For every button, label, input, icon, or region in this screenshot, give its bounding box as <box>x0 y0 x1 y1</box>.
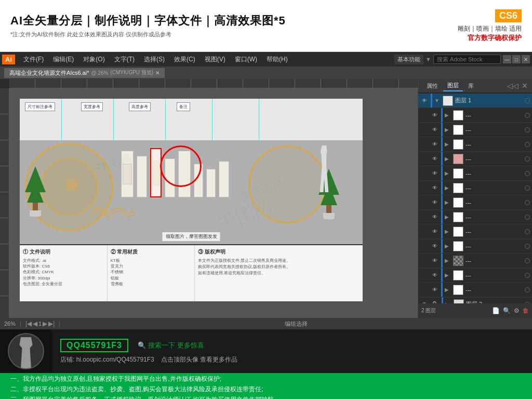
menu-select[interactable]: 选择(S) <box>140 54 169 65</box>
panel-1 <box>121 151 134 197</box>
layer-item-1[interactable]: 👁 ▼ 图层 1 <box>418 94 532 108</box>
layer-expand-12[interactable]: ▶ <box>445 258 451 263</box>
layer-eye-11[interactable]: 👁 <box>431 242 439 250</box>
tab-close-button[interactable]: ✕ <box>155 70 159 76</box>
active-tab[interactable]: 高端企业文化墙源文件AIcs6.ai* @ 26% (CMYK/GPU 预览) … <box>4 68 165 78</box>
menu-view[interactable]: 视图(V) <box>201 54 230 65</box>
store-info: 店铺: hi.ooopic.com/QQ455791F3 点击顶部头像 查看更多… <box>60 355 524 364</box>
layer-expand-14[interactable]: ▶ <box>445 287 451 292</box>
tab-title: 高端企业文化墙源文件AIcs6.ai* <box>9 69 89 77</box>
artboard[interactable]: 尺寸标注参考 宽度参考 高度参考 备注 <box>9 88 418 318</box>
maximize-button[interactable]: □ <box>512 55 521 63</box>
layer-eye-4[interactable]: 👁 <box>431 140 439 149</box>
layer-eye-10[interactable]: 👁 <box>431 228 439 236</box>
menu-effect[interactable]: 效果(C) <box>170 54 200 65</box>
menu-object[interactable]: 对象(O) <box>79 54 109 65</box>
layers-tabs: 属性 图层 库 ◁◁ ✕ <box>418 79 532 92</box>
layer-name-14: --- <box>466 287 523 293</box>
copyright-line-2: 二、非授权平台出现均为违法盗卖、抄袭、盗图,购买会冒极大法律风险及承担侵权连带责… <box>10 384 522 394</box>
layer-item-13[interactable]: 👁 ▶ --- <box>418 268 532 283</box>
layer-name-3: --- <box>466 127 523 133</box>
layer-item-9[interactable]: 👁 ▶ --- <box>418 210 532 224</box>
layer-trash-btn[interactable]: 🗑 <box>523 307 529 314</box>
layer-item-14[interactable]: 👁 ▶ --- <box>418 283 532 297</box>
layer-expand-6[interactable]: ▶ <box>445 170 451 176</box>
layer-eye-6[interactable]: 👁 <box>431 169 439 178</box>
layer-expand-11[interactable]: ▶ <box>445 243 451 249</box>
layer-item-10[interactable]: 👁 ▶ --- <box>418 224 532 239</box>
layer-eye-1[interactable]: 👁 <box>420 97 429 105</box>
layer-item-17[interactable]: 👁 🔒 ▶ 图层 2 <box>418 297 532 303</box>
layer-item-4[interactable]: 👁 ▶ --- <box>418 137 532 152</box>
menu-type[interactable]: 文字(T) <box>110 54 139 65</box>
layer-eye-3[interactable]: 👁 <box>431 126 439 134</box>
nav-first-btn[interactable]: |◀ <box>25 320 32 327</box>
layer-expand-13[interactable]: ▶ <box>445 272 451 278</box>
horizontal-ruler <box>0 79 418 88</box>
layer-expand-2[interactable]: ▶ <box>445 112 451 118</box>
layer-item-3[interactable]: 👁 ▶ --- <box>418 123 532 137</box>
close-button[interactable]: ✕ <box>522 55 530 63</box>
layer-options-btn[interactable]: ⚙ <box>514 307 520 314</box>
layer-expand-9[interactable]: ▶ <box>445 214 451 220</box>
banner-left: AI全矢量分层｜制作说明｜字体文件｜高清效果图*5 *注:文件为AI软件制作 此… <box>10 13 418 38</box>
menu-help[interactable]: 帮助(H) <box>262 54 292 65</box>
adobe-stock-search[interactable] <box>433 55 501 64</box>
panel-close-icon[interactable]: ✕ <box>522 82 528 90</box>
layer-item-6[interactable]: 👁 ▶ --- <box>418 166 532 181</box>
layer-dot-1 <box>525 98 530 103</box>
ai-logo: Ai <box>2 55 15 64</box>
layer-item-2[interactable]: 👁 ▶ --- <box>418 108 532 123</box>
layer-item-11[interactable]: 👁 ▶ --- <box>418 239 532 254</box>
design-dimensions: 尺寸标注参考 宽度参考 高度参考 备注 <box>20 99 363 140</box>
tab-zoom: @ 26% <box>91 70 108 76</box>
info-section-1-title: ① 文件说明 <box>23 248 104 256</box>
panel-expand-icon[interactable]: ◁◁ <box>507 82 518 90</box>
layer-eye-7[interactable]: 👁 <box>431 184 439 192</box>
menu-edit[interactable]: 编辑(E) <box>49 54 78 65</box>
layer-item-5[interactable]: 👁 ▶ --- <box>418 152 532 166</box>
layer-name-11: --- <box>466 243 523 249</box>
layer-blue-bar-13 <box>441 268 443 282</box>
layer-eye-9[interactable]: 👁 <box>431 213 439 221</box>
layer-search-btn[interactable]: 🔍 <box>503 307 511 314</box>
nav-prev-btn[interactable]: ◀ <box>33 320 37 327</box>
layer-dot-2 <box>525 113 530 118</box>
layer-expand-3[interactable]: ▶ <box>445 127 451 132</box>
layer-eye-8[interactable]: 👁 <box>431 198 439 207</box>
layer-new-btn[interactable]: 📄 <box>492 307 500 314</box>
menu-window[interactable]: 窗口(W) <box>231 54 261 65</box>
layer-expand-5[interactable]: ▶ <box>445 156 451 162</box>
layer-expand-1[interactable]: ▼ <box>434 98 441 103</box>
layer-eye-5[interactable]: 👁 <box>431 155 439 163</box>
tab-library[interactable]: 库 <box>464 81 478 91</box>
layer-eye-2[interactable]: 👁 <box>431 111 439 119</box>
layer-expand-7[interactable]: ▶ <box>445 185 451 191</box>
cyan-line-3 <box>165 99 166 140</box>
basic-function-btn[interactable]: 基本功能 <box>394 55 423 64</box>
layer-expand-8[interactable]: ▶ <box>445 200 451 205</box>
layer-name-7: --- <box>466 185 523 191</box>
tree-trunk-1 <box>33 203 38 210</box>
layer-expand-4[interactable]: ▶ <box>445 141 451 147</box>
panel-2 <box>137 156 147 197</box>
layers-list: 👁 ▼ 图层 1 👁 ▶ --- 👁 ▶ --- <box>418 92 532 303</box>
layer-eye-12[interactable]: 👁 <box>431 257 439 265</box>
layer-eye-13[interactable]: 👁 <box>431 271 439 280</box>
tab-properties[interactable]: 属性 <box>422 81 442 91</box>
nav-last-btn[interactable]: ▶| <box>48 320 55 327</box>
layer-eye-14[interactable]: 👁 <box>431 286 439 294</box>
menu-file[interactable]: 文件(F) <box>19 54 48 65</box>
zoom-level: 26% <box>4 321 16 327</box>
main-area: 尺寸标注参考 宽度参考 高度参考 备注 <box>0 79 532 318</box>
layer-name-12: --- <box>466 258 523 264</box>
layer-item-7[interactable]: 👁 ▶ --- <box>418 181 532 195</box>
layer-expand-10[interactable]: ▶ <box>445 229 451 234</box>
layer-item-12[interactable]: 👁 ▶ --- <box>418 254 532 268</box>
info-section-1: ① 文件说明 文件格式: .ai软件版本: CS6色彩模式: CMYK分辨率: … <box>20 245 108 301</box>
layer-item-8[interactable]: 👁 ▶ --- <box>418 195 532 210</box>
nav-next-btn[interactable]: ▶ <box>43 320 47 327</box>
current-tool-label: 编组选择 <box>64 320 528 328</box>
tab-layers[interactable]: 图层 <box>443 81 463 91</box>
minimize-button[interactable]: — <box>503 55 511 63</box>
